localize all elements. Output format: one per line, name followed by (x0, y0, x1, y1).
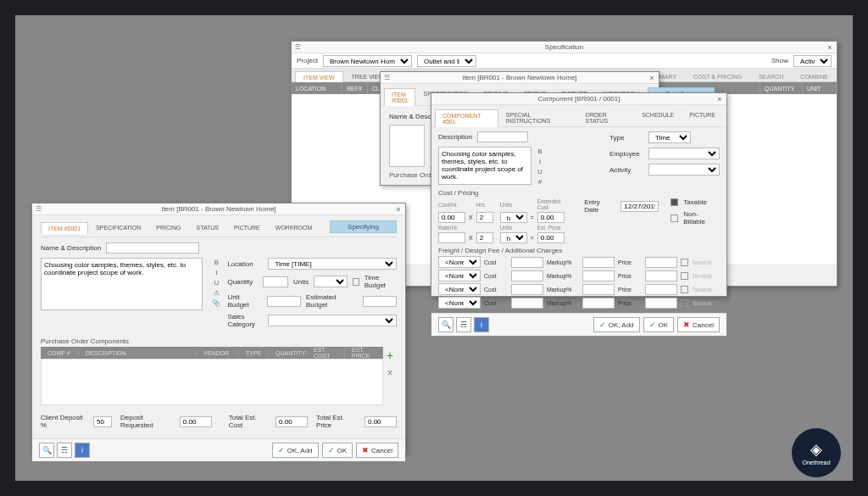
bold-icon[interactable]: B (536, 147, 544, 155)
act-select[interactable] (648, 164, 720, 176)
tab-workroom[interactable]: WORKROOM (268, 221, 320, 233)
warn-icon[interactable]: ⚠ (212, 288, 220, 297)
comp-ok-add-btn[interactable]: ✓OK, Add (593, 317, 640, 332)
entry-date[interactable] (620, 201, 659, 212)
c2-sel[interactable]: <None> (438, 270, 481, 281)
hrs2[interactable] (476, 232, 493, 243)
item-back-close[interactable]: × (647, 74, 657, 82)
comp-ok-btn[interactable]: ✓OK (643, 317, 675, 332)
comp-desc-area[interactable]: Choosing color samples, themes, styles, … (438, 147, 531, 185)
dep-pct[interactable] (93, 416, 112, 427)
units1[interactable]: hrs. (500, 212, 527, 223)
tab-item-num[interactable]: ITEM #0001 (41, 222, 88, 234)
type-select[interactable]: Time (648, 131, 691, 143)
c4-p[interactable] (645, 298, 677, 309)
timebudget-chk[interactable] (353, 278, 359, 286)
italic-icon[interactable]: I (536, 157, 544, 165)
tab-item-view[interactable]: ITEM VIEW (295, 71, 343, 82)
del-comp-icon[interactable]: × (387, 367, 392, 379)
qty-input[interactable] (263, 276, 288, 287)
comp-fmt-icons: B I U # (536, 147, 544, 186)
main-close-icon[interactable]: × (825, 43, 835, 52)
item-search-btn[interactable]: 🔍 (39, 443, 54, 458)
c3-sel[interactable]: <None> (438, 283, 481, 295)
eb-input[interactable] (363, 296, 397, 307)
clip-icon[interactable]: 📎 (212, 298, 220, 307)
filter-icon-btn[interactable]: ☴ (456, 317, 471, 332)
hrs1[interactable] (476, 212, 493, 223)
c1-chk[interactable] (681, 259, 688, 266)
comp-tab-main[interactable]: COMPONENT #001 (435, 109, 498, 127)
italic-icon2[interactable]: I (212, 268, 220, 276)
comp-cancel-btn[interactable]: ✖Cancel (677, 317, 720, 332)
ib-tab-item[interactable]: ITEM #0001 (384, 88, 415, 106)
comp-tab-sched[interactable]: SCHEDULE (634, 109, 682, 126)
sys-icon: ☰ (382, 74, 391, 82)
comp-desc-input[interactable] (477, 131, 528, 142)
ratehr[interactable] (438, 232, 465, 243)
tab-search[interactable]: SEARCH (750, 70, 792, 81)
comp-tab-pic[interactable]: PICTURE (682, 109, 723, 126)
tab-combine[interactable]: COMBINE (792, 70, 837, 81)
ub-input[interactable] (267, 296, 301, 307)
comp-close-icon[interactable]: × (715, 95, 725, 103)
c3-cost[interactable] (511, 284, 543, 295)
tab-cost-pricing[interactable]: COST & PRICING (685, 70, 750, 81)
search-icon-btn[interactable]: 🔍 (438, 317, 453, 332)
info-icon-btn[interactable]: i (474, 317, 489, 332)
item-info-btn[interactable]: i (75, 443, 90, 458)
comp-tab-instr[interactable]: SPECIAL INSTRUCTIONS (498, 109, 578, 126)
bold-icon2[interactable]: B (212, 258, 220, 266)
item-cancel-btn[interactable]: ✖Cancel (356, 443, 398, 458)
units-select[interactable] (314, 276, 347, 287)
tot-cost[interactable] (275, 416, 308, 427)
project-select[interactable]: Brown Newtown Home [BR001] (323, 55, 412, 67)
add-comp-icon[interactable]: + (387, 348, 393, 362)
nonbill-chk[interactable] (670, 215, 678, 222)
c3-p[interactable] (645, 284, 677, 295)
underline-icon[interactable]: U (536, 167, 544, 176)
dep-req[interactable] (180, 416, 212, 427)
item-ok-add-btn[interactable]: ✓OK, Add (272, 443, 319, 458)
estprice[interactable] (537, 232, 565, 243)
emp-select[interactable] (648, 148, 720, 159)
tab-pricing[interactable]: PRICING (148, 221, 188, 233)
room-select[interactable]: Outlet and Bundle Room (417, 55, 476, 67)
c3-m[interactable] (582, 284, 615, 295)
taxable-chk[interactable] (670, 198, 678, 206)
desc-area[interactable]: Choosing color samples, themes, styles, … (41, 258, 203, 310)
underline-icon2[interactable]: U (212, 278, 220, 287)
tab-spec[interactable]: SPECIFICATION (88, 221, 148, 233)
name-input[interactable] (106, 242, 199, 254)
num-icon[interactable]: # (536, 177, 544, 186)
tot-price[interactable] (364, 416, 397, 427)
ib-desc[interactable] (389, 125, 425, 167)
dep-req-lbl: Deposit Requested (120, 414, 171, 429)
c1-p[interactable] (645, 257, 677, 268)
c4-m[interactable] (582, 298, 615, 309)
c1-sel[interactable]: <None> (438, 256, 481, 268)
c1-m[interactable] (582, 257, 615, 268)
c2-chk[interactable] (681, 272, 688, 280)
c2-m[interactable] (582, 270, 615, 281)
item-filter-btn[interactable]: ☴ (57, 443, 72, 458)
show-select[interactable]: Active (793, 55, 832, 67)
c4-chk[interactable] (681, 299, 688, 307)
extcost[interactable] (537, 212, 565, 223)
c2-cost[interactable] (511, 270, 543, 281)
tab-status[interactable]: STATUS (188, 221, 226, 233)
c1-cost[interactable] (511, 257, 543, 268)
c2-p[interactable] (645, 270, 677, 281)
units2[interactable]: hrs. (500, 232, 527, 243)
comp-tab-order[interactable]: ORDER STATUS (578, 109, 635, 126)
item-ok-btn[interactable]: ✓OK (322, 443, 353, 458)
item-close-icon[interactable]: × (393, 205, 403, 214)
freight-h: Freight / Design Fee / Additional Charge… (438, 247, 720, 254)
c4-cost[interactable] (511, 298, 543, 309)
sc-select[interactable] (268, 315, 397, 326)
c3-chk[interactable] (681, 286, 688, 293)
c4-sel[interactable]: <None> (438, 297, 481, 309)
loc-select[interactable]: Time [TIME] (268, 258, 397, 270)
costhr[interactable] (438, 212, 465, 223)
tab-picture[interactable]: PICTURE (226, 221, 268, 233)
